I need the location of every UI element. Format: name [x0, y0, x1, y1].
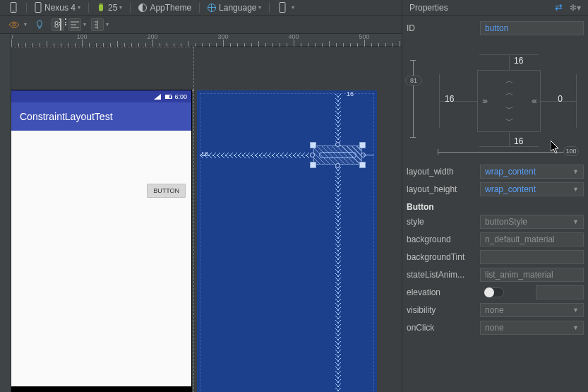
- vertical-bias-knob[interactable]: 81: [405, 76, 422, 85]
- background-field[interactable]: n_default_material: [480, 232, 584, 247]
- ruler-vertical: [0, 34, 11, 392]
- cm-left[interactable]: 16: [445, 94, 454, 104]
- resize-handle[interactable]: [311, 162, 316, 167]
- visibility-label: visibility: [407, 305, 480, 315]
- svg-rect-5: [280, 3, 285, 13]
- properties-header: Properties ⇄ ✻▾: [402, 0, 588, 16]
- constraint-left: [200, 153, 313, 158]
- section-button: Button: [407, 202, 584, 212]
- statelistanimator-field[interactable]: list_anim_material: [480, 268, 584, 282]
- cm-top[interactable]: 16: [514, 56, 523, 66]
- constraint-inspector[interactable]: 81 ︿︿ ﹀﹀ ››› ‹‹‹ 16 16 16 0: [407, 39, 584, 160]
- svg-rect-1: [13, 11, 15, 12]
- globe-icon: [208, 4, 216, 12]
- theme-name: AppTheme: [150, 3, 191, 13]
- backgroundtint-field[interactable]: [480, 250, 584, 264]
- default-margin[interactable]: 8: [52, 18, 64, 31]
- backgroundtint-label: backgroundTint: [407, 252, 480, 262]
- bulb-icon[interactable]: [33, 18, 46, 31]
- device-name: Nexus 4: [44, 3, 76, 13]
- elevation-field[interactable]: [536, 285, 584, 299]
- language-label: Language: [219, 3, 256, 13]
- elevation-label: elevation: [407, 287, 480, 297]
- design-view[interactable]: 6:00 ConstraintLayoutTest BUTTON ◁ ◯ ▢: [11, 90, 191, 392]
- button-widget[interactable]: BUTTON: [147, 184, 186, 198]
- nav-bar: ◁ ◯ ▢: [11, 386, 191, 392]
- align-icon[interactable]: [68, 18, 81, 31]
- constraint-anchor[interactable]: [310, 153, 315, 158]
- constraint-top: [335, 93, 341, 145]
- theme-picker[interactable]: AppTheme: [138, 3, 191, 13]
- api-level: 25: [108, 3, 117, 13]
- blueprint-button[interactable]: [313, 145, 362, 165]
- constraint-bottom: [335, 167, 341, 392]
- battery-icon: [165, 95, 172, 99]
- id-field[interactable]: button: [480, 21, 584, 35]
- phone-icon[interactable]: [8, 2, 19, 13]
- onclick-field[interactable]: none▼: [480, 321, 584, 335]
- svg-rect-2: [35, 3, 41, 13]
- background-label: background: [407, 234, 480, 244]
- bp-margin-left: 16: [201, 150, 208, 158]
- cm-bottom[interactable]: 16: [514, 136, 523, 146]
- clock: 6:00: [174, 93, 187, 100]
- language-picker[interactable]: Language▾: [208, 3, 261, 13]
- resize-handle[interactable]: [311, 143, 316, 148]
- properties-panel: Properties ⇄ ✻▾ ID button 81 ︿︿ ﹀﹀ ››› ‹…: [402, 0, 588, 392]
- horizontal-bias-slider[interactable]: 100: [438, 148, 577, 157]
- swap-icon[interactable]: ⇄: [555, 2, 563, 13]
- style-label: style: [407, 217, 480, 227]
- guideline-icon[interactable]: [91, 18, 104, 31]
- constraint-anchor[interactable]: [335, 142, 340, 147]
- vertical-bias-slider[interactable]: 81: [412, 60, 415, 138]
- elevation-toggle[interactable]: [484, 287, 504, 297]
- id-label: ID: [407, 23, 480, 33]
- device-picker[interactable]: Nexus 4▾: [35, 2, 80, 13]
- api-picker[interactable]: 25▾: [97, 3, 122, 13]
- onclick-label: onClick: [407, 323, 480, 333]
- layout-width-label: layout_width: [407, 167, 480, 177]
- design-canvas[interactable]: 6:00 ConstraintLayoutTest BUTTON ◁ ◯ ▢ 1…: [11, 47, 402, 392]
- layout-width-field[interactable]: wrap_content▼: [480, 165, 584, 179]
- constraint-right: [363, 155, 374, 155]
- resize-handle[interactable]: [360, 162, 365, 167]
- eye-icon[interactable]: [8, 18, 20, 31]
- app-bar: ConstraintLayoutTest: [11, 102, 191, 131]
- status-bar: 6:00: [11, 90, 191, 102]
- layout-height-field[interactable]: wrap_content▼: [480, 182, 584, 196]
- svg-point-6: [13, 23, 16, 26]
- app-title: ConstraintLayoutTest: [20, 111, 113, 122]
- properties-title: Properties: [409, 3, 448, 13]
- cm-right[interactable]: 0: [558, 94, 563, 104]
- statelistanimator-label: stateListAnim...: [407, 270, 480, 280]
- resize-handle[interactable]: [360, 143, 365, 148]
- ruler-horizontal: 0100200300400500: [0, 34, 402, 47]
- gear-icon[interactable]: ✻▾: [570, 3, 581, 13]
- style-field[interactable]: buttonStyle▼: [480, 215, 584, 229]
- layout-height-label: layout_height: [407, 184, 480, 194]
- horizontal-bias-knob[interactable]: 100: [563, 146, 579, 156]
- constraint-box[interactable]: ︿︿ ﹀﹀ ››› ‹‹‹: [477, 70, 541, 132]
- variant-icon[interactable]: [277, 2, 288, 13]
- constraint-anchor[interactable]: [335, 163, 340, 168]
- design-body[interactable]: BUTTON: [11, 131, 191, 386]
- signal-icon: [154, 94, 161, 100]
- bp-margin-top: 16: [347, 90, 354, 97]
- svg-rect-0: [11, 3, 16, 13]
- contrast-icon: [138, 4, 147, 12]
- visibility-field[interactable]: none▼: [480, 303, 584, 317]
- blueprint-view[interactable]: 16 16 16: [197, 90, 377, 392]
